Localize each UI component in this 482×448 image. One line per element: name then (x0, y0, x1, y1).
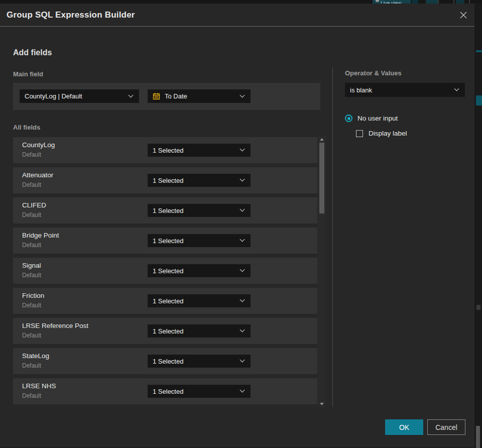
background-fragment (476, 95, 482, 105)
close-icon[interactable] (458, 10, 469, 21)
field-name: Attenuator (22, 171, 53, 179)
chevron-down-icon (240, 327, 245, 332)
radio-dot (347, 117, 350, 120)
field-name: Bridge Point (22, 232, 59, 239)
date-field-dropdown-value: To Date (165, 92, 187, 100)
field-sub: Default (22, 362, 41, 369)
no-user-input-label: No user input (357, 115, 398, 122)
row-select-value: 1 Selected (153, 207, 183, 214)
background-fragment (476, 50, 482, 52)
background-toolbar-fragment (438, 0, 439, 4)
field-selected-dropdown[interactable]: 1 Selected (148, 264, 251, 277)
date-field-dropdown[interactable]: To Date (148, 89, 251, 103)
field-row: LRSE Reference Post Default 1 Selected (13, 318, 317, 344)
background-right-edge (474, 4, 482, 448)
calendar-icon (153, 92, 160, 100)
all-fields-list: CountyLog Default 1 Selected Attenuator … (13, 137, 317, 408)
background-toolbar-fragment (412, 0, 418, 4)
field-name: Friction (22, 292, 44, 299)
no-user-input-radio[interactable]: No user input (345, 115, 398, 122)
row-select-value: 1 Selected (153, 358, 183, 365)
background-toolbar-fragment (469, 0, 470, 4)
chevron-down-icon (240, 267, 245, 272)
field-selected-dropdown[interactable]: 1 Selected (148, 234, 251, 247)
field-name: Signal (22, 262, 41, 269)
field-name: StateLog (22, 352, 49, 360)
operator-dropdown-value: is blank (350, 86, 372, 94)
fields-scrollbar[interactable] (318, 136, 326, 407)
field-selected-dropdown[interactable]: 1 Selected (148, 144, 251, 157)
row-select-value: 1 Selected (153, 267, 183, 275)
field-selected-dropdown[interactable]: 1 Selected (148, 294, 251, 307)
chevron-down-icon (240, 237, 245, 242)
field-name: CLIFED (22, 201, 46, 209)
field-sub: Default (22, 332, 41, 339)
main-field-dropdown[interactable]: CountyLog | Default (20, 89, 139, 103)
scrollbar-up-arrow-icon[interactable] (320, 138, 324, 141)
field-sub: Default (22, 272, 41, 279)
field-sub: Default (22, 181, 41, 188)
field-selected-dropdown[interactable]: 1 Selected (148, 204, 251, 217)
chevron-down-icon (240, 358, 245, 363)
field-row: Friction Default 1 Selected (13, 288, 317, 314)
add-fields-heading: Add fields (13, 48, 52, 57)
field-selected-dropdown[interactable]: 1 Selected (148, 174, 251, 187)
chevron-down-icon (240, 177, 245, 182)
field-row: Attenuator Default 1 Selected (13, 167, 317, 193)
column-divider (332, 68, 333, 407)
field-row: CLIFED Default 1 Selected (13, 197, 317, 223)
chevron-down-icon (240, 207, 245, 212)
all-fields-label: All fields (13, 124, 40, 131)
dialog-header: Group SQL Expression Builder (0, 4, 474, 27)
screen: Live view Group SQL Expression Builder A… (0, 0, 482, 448)
scrollbar-down-arrow-icon[interactable] (320, 403, 324, 405)
field-row: Signal Default 1 Selected (13, 258, 317, 284)
chevron-down-icon (240, 147, 245, 152)
field-name: CountyLog (22, 141, 55, 149)
row-select-value: 1 Selected (153, 388, 183, 395)
ok-button[interactable]: OK (385, 419, 423, 435)
field-sub: Default (22, 151, 41, 158)
field-selected-dropdown[interactable]: 1 Selected (148, 324, 251, 338)
checkbox-icon (356, 130, 363, 137)
main-field-panel: CountyLog | Default To Date (13, 83, 320, 110)
dialog-title: Group SQL Expression Builder (7, 10, 135, 20)
field-row: Bridge Point Default 1 Selected (13, 228, 317, 254)
chevron-down-icon (129, 92, 134, 97)
background-toolbar-fragment (456, 0, 464, 4)
background-toolbar-fragment (453, 0, 454, 4)
field-row: CountyLog Default 1 Selected (13, 137, 317, 163)
field-name: LRSE NHS (22, 382, 56, 390)
row-select-value: 1 Selected (153, 177, 183, 184)
chevron-down-icon (240, 297, 245, 302)
background-toolbar-fragment (426, 0, 438, 4)
field-row: StateLog Default 1 Selected (13, 348, 317, 374)
field-sub: Default (22, 392, 41, 399)
chevron-down-icon (240, 92, 245, 97)
operator-dropdown[interactable]: is blank (345, 83, 465, 97)
background-fragment (476, 426, 480, 448)
cancel-button[interactable]: Cancel (427, 419, 465, 435)
background-fragment (476, 305, 480, 310)
live-view-dot (376, 0, 379, 2)
row-select-value: 1 Selected (153, 237, 183, 245)
display-label-checkbox[interactable]: Display label (356, 130, 407, 137)
chevron-down-icon (240, 388, 245, 393)
main-field-dropdown-value: CountyLog | Default (25, 92, 82, 100)
row-select-value: 1 Selected (153, 147, 183, 154)
field-selected-dropdown[interactable]: 1 Selected (148, 355, 251, 368)
main-field-label: Main field (13, 70, 43, 78)
field-sub: Default (22, 242, 41, 249)
field-sub: Default (22, 211, 41, 218)
field-name: LRSE Reference Post (22, 322, 88, 329)
chevron-down-icon (454, 86, 459, 91)
operator-values-heading: Operator & Values (345, 69, 402, 77)
scrollbar-thumb[interactable] (319, 143, 324, 213)
row-select-value: 1 Selected (153, 297, 183, 305)
display-label-label: Display label (369, 130, 407, 137)
group-sql-expression-builder-dialog: Group SQL Expression Builder Add fields … (0, 4, 474, 448)
field-selected-dropdown[interactable]: 1 Selected (148, 385, 251, 398)
field-row: LRSE NHS Default 1 Selected (13, 378, 317, 404)
field-sub: Default (22, 302, 41, 309)
row-select-value: 1 Selected (153, 327, 183, 335)
